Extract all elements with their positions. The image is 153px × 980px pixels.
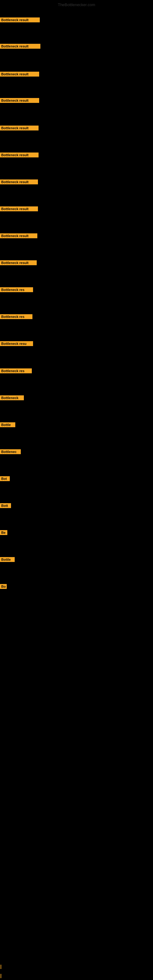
bottleneck-badge: Be bbox=[0, 530, 7, 535]
bottleneck-badge: Bot bbox=[0, 476, 10, 481]
bottleneck-badge: Bottleneck bbox=[0, 395, 24, 400]
bottleneck-badge: Bottle bbox=[0, 557, 15, 562]
site-title: TheBottlenecker.com bbox=[0, 2, 153, 7]
bottleneck-badge: Bottleneck res bbox=[0, 314, 32, 319]
bottleneck-badge: Bottleneck result bbox=[0, 44, 40, 49]
bottleneck-badge: Bottleneck result bbox=[0, 98, 39, 103]
bottleneck-badge: Bottleneck resu bbox=[0, 341, 33, 346]
bottleneck-badge: Bottleneck res bbox=[0, 287, 33, 292]
bottleneck-badge: Bottleneck result bbox=[0, 126, 38, 130]
bottleneck-badge: Bottleneck result bbox=[0, 233, 37, 238]
bottleneck-badge: Bottleneck result bbox=[0, 260, 37, 265]
vertical-line bbox=[1, 965, 1, 969]
bottleneck-badge: Bottleneck res bbox=[0, 368, 32, 373]
bottleneck-badge: Bo bbox=[0, 584, 7, 589]
bottleneck-badge: Bottlenec bbox=[0, 449, 21, 454]
bottleneck-badge: Bottleneck result bbox=[0, 18, 40, 22]
vertical-line bbox=[1, 503, 1, 508]
bottleneck-badge: Bottleneck result bbox=[0, 153, 38, 158]
bottleneck-badge: Bottleneck result bbox=[0, 72, 39, 76]
bottleneck-badge: Bottle bbox=[0, 422, 15, 427]
bottleneck-badge: Bottleneck result bbox=[0, 180, 38, 185]
bottleneck-badge: Bottleneck result bbox=[0, 207, 38, 211]
vertical-line bbox=[1, 974, 1, 978]
bottleneck-badge: Bott bbox=[0, 503, 11, 508]
